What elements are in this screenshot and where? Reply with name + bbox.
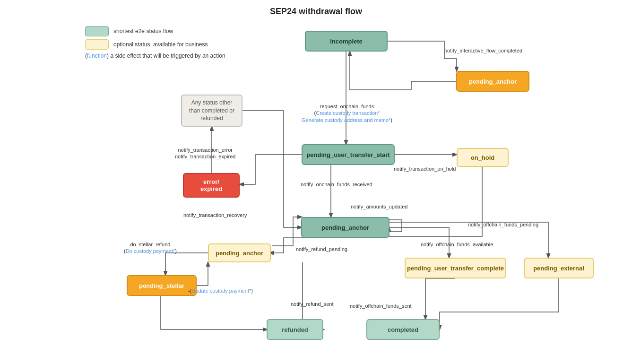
label-notify-amounts: notify_amounts_updated <box>351 203 407 210</box>
label-notify-recovery: notify_transaction_recovery <box>183 212 247 218</box>
do-custody-payment-link[interactable]: Do custody payment* <box>126 248 175 254</box>
page-title: SEP24 withdrawal flow <box>0 0 632 17</box>
create-custody-link[interactable]: Create custody transaction* <box>316 110 380 116</box>
label-notify-refund-pending: notify_refund_pending <box>296 246 347 252</box>
label-request-onchain: request_onchain_funds (Create custody tr… <box>302 103 392 123</box>
label-update-custody: -(Update custody payment*) <box>188 287 253 294</box>
node-refunded: refunded <box>267 319 323 340</box>
label-notify-error-expired: notify_transaction_error notify_transact… <box>175 147 235 160</box>
node-pending-external: pending_external <box>524 258 594 278</box>
label-notify-offchain-sent: notify_offchain_funds_sent <box>350 303 412 309</box>
legend-green-box <box>85 26 109 36</box>
legend-yellow-box <box>85 39 109 50</box>
node-pending-anchor-top: pending_anchor <box>456 71 529 92</box>
node-any-status: Any status other than completed or refun… <box>181 95 242 127</box>
label-do-stellar-refund: do_stellar_refund (Do custody payment*) <box>124 241 177 255</box>
node-incomplete: incomplete <box>305 31 388 52</box>
node-pending-stellar: pending_stellar <box>127 275 197 296</box>
node-pending-user-transfer-start: pending_user_transfer_start <box>302 144 395 165</box>
node-pending-anchor-refund: pending_anchor <box>208 243 271 262</box>
generate-custody-link[interactable]: Generate custody address and memo* <box>302 117 390 123</box>
node-pending-user-transfer-complete: pending_user_transfer_complete <box>405 258 506 278</box>
node-error-expired: error/ expired <box>183 173 240 198</box>
node-completed: completed <box>366 319 440 340</box>
node-on-hold: on_hold <box>457 148 509 167</box>
label-notify-interactive: notify_interactive_flow_completed <box>444 47 522 54</box>
update-custody-link[interactable]: Update custody payment* <box>191 288 251 294</box>
legend: shortest e2e status flow optional status… <box>85 26 225 62</box>
legend-green-label: shortest e2e status flow <box>113 28 173 35</box>
function-link[interactable]: function <box>87 52 107 59</box>
label-notify-onchain: notify_onchain_funds_received <box>301 181 372 188</box>
legend-func-text: (function) a side effect that will be tr… <box>85 52 225 59</box>
label-notify-on-hold: notify_transaction_on_hold <box>394 165 456 172</box>
label-notify-offchain-pending: notify_offchain_funds_pending <box>468 221 538 228</box>
label-notify-refund-sent: notify_refund_sent <box>291 301 334 307</box>
label-notify-offchain-available: notify_offchain_funds_available <box>421 241 493 248</box>
node-pending-anchor-mid: pending_anchor <box>301 217 390 238</box>
legend-yellow-label: optional status, available for business <box>113 41 208 48</box>
